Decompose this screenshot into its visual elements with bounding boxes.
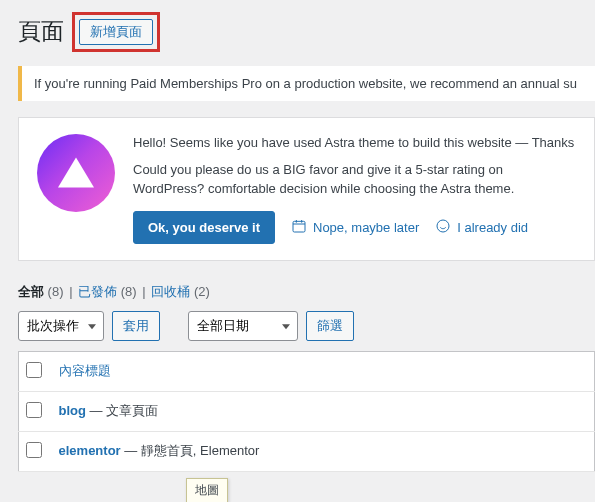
nope-later-link[interactable]: Nope, maybe later bbox=[291, 218, 419, 237]
select-all-checkbox[interactable] bbox=[26, 362, 42, 378]
row-checkbox[interactable] bbox=[26, 442, 42, 458]
status-filter-links: 全部 (8) | 已發佈 (8) | 回收桶 (2) bbox=[18, 283, 595, 301]
add-new-page-button[interactable]: 新增頁面 bbox=[79, 19, 153, 45]
astra-ask: Could you please do us a BIG favor and g… bbox=[133, 161, 576, 199]
astra-rating-panel: Hello! Seems like you have used Astra th… bbox=[18, 117, 595, 261]
row-suffix: — 文章頁面 bbox=[86, 403, 158, 418]
row-title-link[interactable]: blog bbox=[59, 403, 86, 418]
bulk-action-select[interactable]: 批次操作 bbox=[18, 311, 104, 341]
svg-rect-0 bbox=[293, 221, 305, 232]
filter-trash[interactable]: 回收桶 bbox=[151, 284, 190, 299]
ok-deserve-button[interactable]: Ok, you deserve it bbox=[133, 211, 275, 244]
apply-button[interactable]: 套用 bbox=[112, 311, 160, 341]
table-row: elementor — 靜態首頁, Elementor bbox=[19, 431, 595, 471]
col-title-header[interactable]: 內容標題 bbox=[59, 363, 111, 378]
filter-published[interactable]: 已發佈 bbox=[78, 284, 117, 299]
pages-table: 內容標題 blog — 文章頁面 elementor — 靜態首頁, Eleme… bbox=[18, 351, 595, 472]
calendar-icon bbox=[291, 218, 307, 237]
row-title-link[interactable]: elementor bbox=[59, 443, 121, 458]
row-suffix: — 靜態首頁, Elementor bbox=[121, 443, 260, 458]
filter-all[interactable]: 全部 bbox=[18, 284, 44, 299]
add-new-highlight: 新增頁面 bbox=[72, 12, 160, 52]
table-row: blog — 文章頁面 bbox=[19, 391, 595, 431]
page-title: 頁面 bbox=[18, 16, 64, 47]
astra-logo-icon bbox=[37, 134, 115, 212]
pmp-notice: If you're running Paid Memberships Pro o… bbox=[18, 66, 595, 101]
date-filter-select[interactable]: 全部日期 bbox=[188, 311, 298, 341]
row-checkbox[interactable] bbox=[26, 402, 42, 418]
astra-greeting: Hello! Seems like you have used Astra th… bbox=[133, 134, 576, 153]
smile-icon bbox=[435, 218, 451, 237]
already-did-link[interactable]: I already did bbox=[435, 218, 528, 237]
filter-button[interactable]: 篩選 bbox=[306, 311, 354, 341]
notice-text: If you're running Paid Memberships Pro o… bbox=[34, 76, 577, 91]
svg-point-1 bbox=[437, 220, 449, 232]
